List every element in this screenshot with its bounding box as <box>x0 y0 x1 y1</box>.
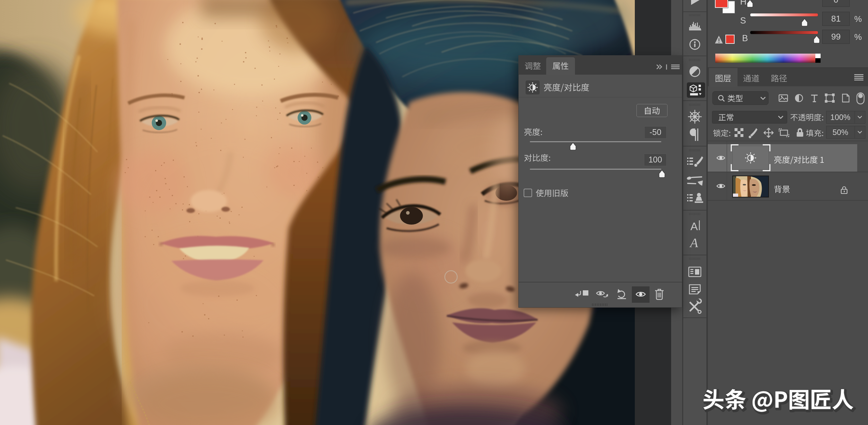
svg-text:A: A <box>689 235 698 250</box>
svg-text:A: A <box>690 220 698 232</box>
